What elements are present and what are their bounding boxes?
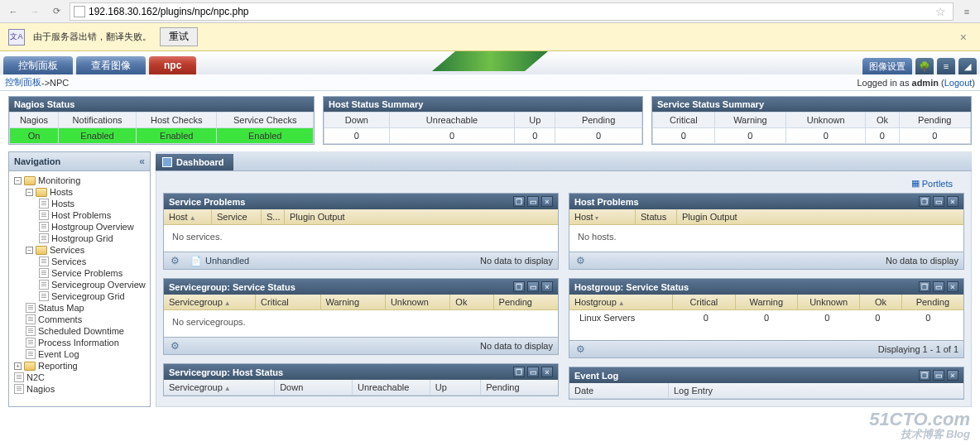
tree-reporting[interactable]: +Reporting [11, 360, 148, 372]
col-servicegroup[interactable]: Servicegroup▲ [164, 380, 275, 395]
close-icon[interactable]: × [541, 196, 553, 207]
logo-swoosh [432, 51, 548, 71]
col-warning[interactable]: Warning [321, 295, 386, 309]
unhandled-toggle[interactable]: 📄 Unhandled [190, 256, 249, 266]
gear-icon[interactable]: ⚙ [574, 343, 586, 355]
close-icon[interactable]: × [947, 196, 958, 207]
col-unknown[interactable]: Unknown [798, 295, 860, 309]
col-pending[interactable]: Pending [481, 380, 558, 395]
tree-services-folder[interactable]: −Services [11, 244, 148, 256]
back-icon[interactable]: ← [5, 3, 22, 20]
gear-icon[interactable]: ⚙ [169, 340, 180, 352]
menu-icon[interactable]: ≡ [958, 3, 975, 20]
address-bar[interactable]: ☆ [70, 2, 954, 21]
close-icon[interactable]: × [947, 281, 958, 292]
forward-icon[interactable]: → [26, 3, 43, 20]
col-logentry[interactable]: Log Entry [669, 383, 963, 398]
nav-tree: −Monitoring −Hosts Hosts Host Problems H… [9, 171, 150, 398]
dashboard-area: Dashboard ▦ Portlets Service Problems ❐▭… [156, 151, 972, 407]
close-icon[interactable]: × [541, 367, 553, 377]
col-up[interactable]: Up [430, 380, 481, 395]
col-unreachable[interactable]: Unreachable [353, 380, 430, 395]
navigation-title[interactable]: Navigation [9, 152, 150, 171]
tree-comments[interactable]: Comments [11, 314, 148, 325]
logout-link[interactable]: Logout [944, 78, 973, 88]
col-date[interactable]: Date [569, 383, 669, 398]
tree-icon[interactable]: 🌳 [915, 58, 934, 74]
col-status[interactable]: S... [262, 209, 285, 224]
gear-icon[interactable]: ⚙ [169, 255, 180, 266]
breadcrumb-sep: -> [41, 78, 50, 88]
tab-view-image[interactable]: 查看图像 [76, 56, 146, 74]
col-host[interactable]: Host▾ [569, 209, 636, 224]
chart-icon[interactable]: ◢ [958, 58, 977, 74]
close-icon[interactable]: × [955, 31, 972, 44]
bookmark-icon[interactable]: ☆ [932, 5, 949, 18]
tab-control-panel[interactable]: 控制面板 [3, 56, 73, 74]
col-critical[interactable]: Critical [673, 295, 735, 309]
col-plugin-output[interactable]: Plugin Output [285, 209, 558, 224]
tree-status-map[interactable]: Status Map [11, 302, 148, 314]
collapse-icon[interactable]: ▭ [933, 281, 944, 292]
col-ok[interactable]: Ok [450, 295, 493, 309]
tab-dashboard[interactable]: Dashboard [156, 154, 233, 170]
tab-npc[interactable]: npc [149, 56, 196, 74]
tab-image-settings[interactable]: 图像设置 [862, 58, 912, 74]
close-icon[interactable]: × [541, 281, 553, 292]
table-row[interactable]: Linux Servers 0 0 0 0 0 [569, 310, 963, 325]
col-ok[interactable]: Ok [860, 295, 901, 309]
col-host[interactable]: Host▲ [164, 209, 212, 224]
dashboard-icon [162, 157, 172, 167]
col-pending[interactable]: Pending [494, 295, 558, 309]
col-pending[interactable]: Pending [902, 295, 963, 309]
collapse-icon[interactable]: ▭ [933, 196, 944, 207]
tree-servicegroup-grid[interactable]: Servicegroup Grid [11, 290, 148, 302]
paging-text: Displaying 1 - 1 of 1 [878, 344, 958, 354]
tree-event-log[interactable]: Event Log [11, 348, 148, 360]
col-unknown[interactable]: Unknown [386, 295, 450, 309]
restore-icon[interactable]: ❐ [919, 281, 930, 292]
collapse-icon[interactable]: ▭ [527, 196, 539, 207]
tree-hostgroup-overview[interactable]: Hostgroup Overview [11, 221, 148, 233]
reload-icon[interactable]: ⟳ [48, 3, 65, 20]
tree-scheduled-downtime[interactable]: Scheduled Downtime [11, 325, 148, 337]
collapse-icon[interactable]: ▭ [527, 367, 539, 377]
tree-hostgroup-grid[interactable]: Hostgroup Grid [11, 233, 148, 244]
tree-host-problems[interactable]: Host Problems [11, 209, 148, 221]
portlets-link[interactable]: ▦ Portlets [903, 175, 961, 192]
col-warning[interactable]: Warning [736, 295, 798, 309]
tree-monitoring[interactable]: −Monitoring [11, 175, 148, 186]
url-input[interactable] [89, 6, 932, 17]
restore-icon[interactable]: ❐ [513, 196, 525, 207]
list-icon[interactable]: ≡ [937, 58, 955, 74]
restore-icon[interactable]: ❐ [513, 367, 525, 377]
restore-icon[interactable]: ❐ [919, 196, 930, 207]
col-status[interactable]: Status [636, 209, 677, 224]
tree-n2c[interactable]: N2C [11, 372, 148, 383]
restore-icon[interactable]: ❐ [513, 281, 525, 292]
breadcrumb-root[interactable]: 控制面板 [5, 76, 41, 89]
tree-nagios[interactable]: Nagios [11, 383, 148, 395]
col-down[interactable]: Down [275, 380, 353, 395]
tree-hosts-folder[interactable]: −Hosts [11, 186, 148, 198]
restore-icon[interactable]: ❐ [919, 370, 930, 381]
tree-services[interactable]: Services [11, 256, 148, 267]
breadcrumb-leaf: NPC [50, 78, 69, 88]
empty-message: No servicegroups. [164, 310, 558, 337]
col-servicegroup[interactable]: Servicegroup▲ [164, 295, 256, 309]
tree-hosts[interactable]: Hosts [11, 198, 148, 209]
close-icon[interactable]: × [947, 370, 958, 381]
portlet-sg-host-status: Servicegroup: Host Status ❐▭× Servicegro… [163, 363, 559, 396]
collapse-icon[interactable]: ▭ [527, 281, 539, 292]
panel-title: Host Status Summary [324, 97, 642, 112]
col-plugin-output[interactable]: Plugin Output [677, 209, 963, 224]
tree-process-info[interactable]: Process Information [11, 337, 148, 348]
collapse-icon[interactable]: ▭ [933, 370, 944, 381]
gear-icon[interactable]: ⚙ [574, 255, 586, 266]
tree-servicegroup-overview[interactable]: Servicegroup Overview [11, 279, 148, 290]
col-critical[interactable]: Critical [256, 295, 320, 309]
col-service[interactable]: Service [212, 209, 262, 224]
col-hostgroup[interactable]: Hostgroup▲ [569, 295, 673, 309]
retry-button[interactable]: 重试 [160, 27, 198, 46]
tree-service-problems[interactable]: Service Problems [11, 267, 148, 279]
